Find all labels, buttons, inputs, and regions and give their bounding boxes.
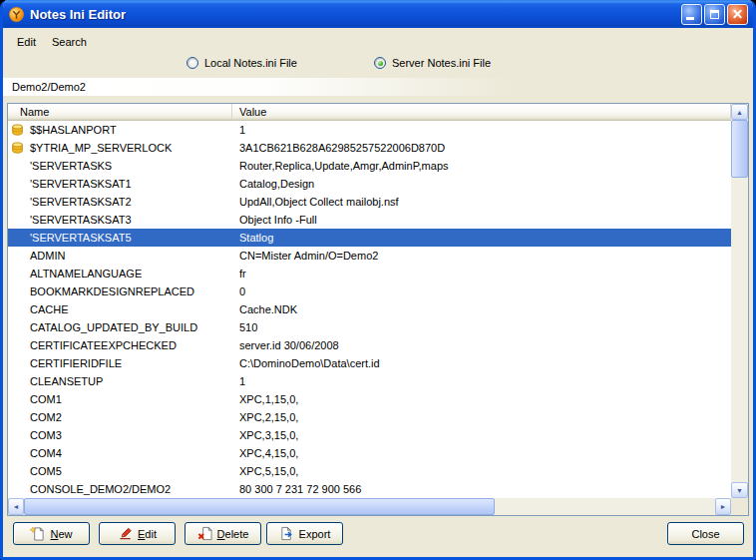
- row-name-cell: COM2: [8, 410, 232, 425]
- row-icon-slot: [10, 356, 30, 371]
- row-name: COM5: [30, 465, 62, 477]
- row-icon-slot: [10, 195, 30, 210]
- scrollbar-corner: [731, 498, 748, 515]
- table-row[interactable]: CERTIFIERIDFILEC:\DominoDemo\Data\cert.i…: [8, 354, 731, 372]
- row-name: CLEANSETUP: [30, 375, 103, 387]
- local-notes-ini-radio[interactable]: Local Notes.ini File: [187, 57, 297, 69]
- edit-button-label: Edit: [138, 528, 157, 540]
- delete-icon: [197, 526, 212, 541]
- row-value: 80 300 7 231 72 900 566: [232, 483, 731, 495]
- table-row[interactable]: CACHECache.NDK: [8, 300, 731, 318]
- table-row[interactable]: 'SERVERTASKSAT1Catalog,Design: [8, 175, 731, 193]
- table-row[interactable]: 'SERVERTASKSRouter,Replica,Update,Amgr,A…: [8, 157, 731, 175]
- row-name: CATALOG_UPDATED_BY_BUILD: [30, 321, 197, 333]
- table-row[interactable]: CATALOG_UPDATED_BY_BUILD510: [8, 318, 731, 336]
- row-name-cell: COM5: [8, 464, 232, 479]
- row-name-cell: $$HASLANPORT: [8, 123, 232, 138]
- row-name-cell: 'SERVERTASKS: [8, 159, 232, 174]
- row-value: Object Info -Full: [232, 214, 731, 226]
- table-row[interactable]: 'SERVERTASKSAT2UpdAll,Object Collect mai…: [8, 193, 731, 211]
- table-row[interactable]: CONSOLE_DEMO2/DEMO280 300 7 231 72 900 5…: [8, 480, 731, 498]
- maximize-button[interactable]: [704, 4, 725, 25]
- new-button-label: New: [50, 528, 72, 540]
- horizontal-scroll-track[interactable]: [495, 498, 715, 515]
- row-value: XPC,4,15,0,: [232, 447, 731, 459]
- menu-edit[interactable]: Edit: [9, 34, 44, 50]
- ini-source-radio-row: Local Notes.ini File Server Notes.ini Fi…: [3, 57, 753, 75]
- row-value: UpdAll,Object Collect mailobj.nsf: [232, 196, 731, 208]
- server-radio[interactable]: [374, 57, 386, 69]
- row-name: COM3: [30, 429, 62, 441]
- scroll-left-button[interactable]: ◄: [8, 498, 24, 515]
- scroll-down-button[interactable]: ▼: [731, 482, 748, 498]
- server-notes-ini-radio[interactable]: Server Notes.ini File: [374, 57, 491, 69]
- row-name: ADMIN: [30, 250, 65, 262]
- row-name-cell: CONSOLE_DEMO2/DEMO2: [8, 482, 232, 497]
- action-button-row: New Edit Delete: [3, 522, 753, 548]
- local-radio[interactable]: [187, 57, 198, 69]
- table-row[interactable]: ADMINCN=Mister Admin/O=Demo2: [8, 247, 731, 265]
- row-name: CERTIFIERIDFILE: [30, 357, 122, 369]
- row-name-cell: ALTNAMELANGUAGE: [8, 267, 232, 281]
- row-icon-slot: [10, 428, 30, 443]
- menu-search[interactable]: Search: [44, 34, 95, 50]
- new-button[interactable]: New: [13, 522, 90, 545]
- table-row[interactable]: ALTNAMELANGUAGEfr: [8, 265, 731, 282]
- horizontal-scrollbar[interactable]: ◄ ►: [8, 498, 731, 515]
- row-name: COM2: [30, 411, 62, 423]
- close-button-label: Close: [691, 528, 719, 540]
- row-icon-slot: [10, 392, 30, 407]
- table-row[interactable]: COM4XPC,4,15,0,: [8, 444, 731, 462]
- database-icon: [10, 141, 30, 156]
- window-title: Notes Ini Editor: [30, 7, 681, 22]
- close-dialog-button[interactable]: Close: [667, 522, 744, 545]
- table-row[interactable]: $$HASLANPORT1: [8, 121, 731, 139]
- row-name: 'SERVERTASKS: [30, 160, 112, 172]
- table-row[interactable]: 'SERVERTASKSAT3Object Info -Full: [8, 211, 731, 229]
- row-name-cell: BOOKMARKDESIGNREPLACED: [8, 284, 232, 299]
- row-name: 'SERVERTASKSAT3: [30, 214, 132, 226]
- table-row[interactable]: CERTIFICATEEXPCHECKEDserver.id 30/06/200…: [8, 336, 731, 354]
- vertical-scroll-track[interactable]: [731, 178, 748, 482]
- row-icon-slot: [10, 302, 30, 317]
- table-row[interactable]: COM5XPC,5,15,0,: [8, 462, 731, 480]
- table-row[interactable]: $YTRIA_MP_SERVERLOCK3A1CB621B628A6298525…: [8, 139, 731, 157]
- column-header-name[interactable]: Name: [8, 104, 232, 121]
- delete-button[interactable]: Delete: [185, 522, 261, 545]
- scroll-up-button[interactable]: ▲: [731, 104, 748, 120]
- row-value: XPC,1,15,0,: [232, 393, 731, 405]
- minimize-button[interactable]: [681, 4, 702, 25]
- row-value: 510: [232, 321, 731, 333]
- row-name-cell: COM4: [8, 446, 232, 461]
- row-name: 'SERVERTASKSAT1: [30, 178, 132, 190]
- table-row[interactable]: COM2XPC,2,15,0,: [8, 408, 731, 426]
- row-value: 1: [232, 124, 731, 136]
- vertical-scrollbar[interactable]: ▲ ▼: [731, 104, 748, 498]
- export-button-label: Export: [299, 528, 331, 540]
- row-name: ALTNAMELANGUAGE: [30, 268, 142, 280]
- table-row[interactable]: BOOKMARKDESIGNREPLACED0: [8, 282, 731, 300]
- table-rows: $$HASLANPORT1 $YTRIA_MP_SERVERLOCK3A1CB6…: [8, 121, 731, 498]
- table-row[interactable]: CLEANSETUP1: [8, 372, 731, 390]
- export-button[interactable]: Export: [266, 522, 343, 545]
- column-header-value[interactable]: Value: [232, 104, 731, 121]
- row-value: server.id 30/06/2008: [232, 339, 731, 351]
- table-header: Name Value: [8, 104, 731, 121]
- table-row[interactable]: COM1XPC,1,15,0,: [8, 390, 731, 408]
- row-value: Cache.NDK: [232, 303, 731, 315]
- window-controls: [681, 4, 748, 25]
- vertical-scroll-thumb[interactable]: [731, 120, 748, 178]
- edit-button[interactable]: Edit: [99, 522, 176, 545]
- table-row[interactable]: COM3XPC,3,15,0,: [8, 426, 731, 444]
- row-value: 1: [232, 375, 731, 387]
- row-name: BOOKMARKDESIGNREPLACED: [30, 285, 194, 297]
- horizontal-scroll-thumb[interactable]: [24, 498, 495, 515]
- table-row[interactable]: 'SERVERTASKSAT5Statlog: [8, 229, 731, 247]
- row-icon-slot: [10, 177, 30, 192]
- server-path: Demo2/Demo2: [3, 78, 753, 96]
- close-window-button[interactable]: [727, 4, 748, 25]
- row-name-cell: 'SERVERTASKSAT1: [8, 177, 232, 192]
- row-name-cell: 'SERVERTASKSAT2: [8, 195, 232, 210]
- scroll-right-button[interactable]: ►: [715, 498, 731, 515]
- row-name: CACHE: [30, 303, 69, 315]
